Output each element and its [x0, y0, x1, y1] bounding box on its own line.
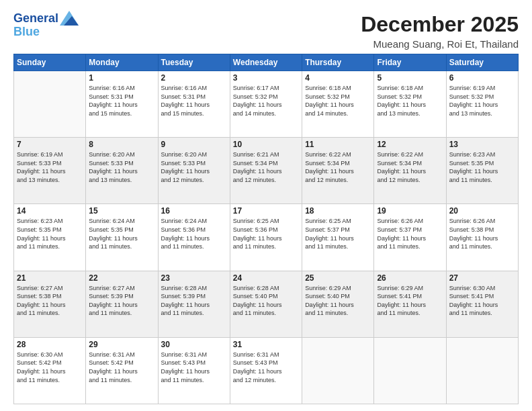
day-info: Sunrise: 6:29 AM Sunset: 5:41 PM Dayligh… — [377, 284, 443, 318]
table-row: 6Sunrise: 6:19 AM Sunset: 5:32 PM Daylig… — [446, 71, 518, 138]
day-number: 23 — [161, 273, 227, 283]
calendar: Sunday Monday Tuesday Wednesday Thursday… — [13, 54, 519, 404]
day-number: 16 — [161, 206, 227, 216]
table-row — [374, 337, 446, 404]
day-number: 29 — [89, 340, 154, 349]
day-number: 13 — [449, 140, 515, 149]
day-info: Sunrise: 6:16 AM Sunset: 5:31 PM Dayligh… — [161, 84, 227, 118]
table-row: 29Sunrise: 6:31 AM Sunset: 5:42 PM Dayli… — [86, 337, 158, 404]
day-number: 30 — [161, 340, 227, 349]
logo-text-blue: Blue — [13, 26, 79, 39]
header-saturday: Saturday — [446, 54, 518, 71]
day-info: Sunrise: 6:26 AM Sunset: 5:37 PM Dayligh… — [377, 217, 443, 250]
day-number: 17 — [233, 206, 299, 216]
table-row — [302, 337, 374, 404]
table-row: 16Sunrise: 6:24 AM Sunset: 5:36 PM Dayli… — [158, 204, 230, 271]
day-number: 10 — [233, 140, 299, 149]
day-info: Sunrise: 6:21 AM Sunset: 5:34 PM Dayligh… — [233, 150, 299, 184]
table-row: 21Sunrise: 6:27 AM Sunset: 5:38 PM Dayli… — [14, 271, 86, 337]
title-section: December 2025 Mueang Suang, Roi Et, Thai… — [361, 12, 519, 50]
day-number: 27 — [449, 273, 515, 283]
table-row: 26Sunrise: 6:29 AM Sunset: 5:41 PM Dayli… — [374, 271, 446, 337]
day-info: Sunrise: 6:26 AM Sunset: 5:38 PM Dayligh… — [449, 217, 515, 250]
main-title: December 2025 — [361, 12, 519, 37]
table-row: 23Sunrise: 6:28 AM Sunset: 5:39 PM Dayli… — [158, 271, 230, 337]
day-number: 5 — [377, 73, 443, 83]
table-row: 28Sunrise: 6:30 AM Sunset: 5:42 PM Dayli… — [14, 337, 86, 404]
day-info: Sunrise: 6:19 AM Sunset: 5:32 PM Dayligh… — [449, 84, 515, 118]
day-number: 11 — [305, 140, 371, 149]
table-row: 24Sunrise: 6:28 AM Sunset: 5:40 PM Dayli… — [230, 271, 302, 337]
day-number: 20 — [449, 206, 515, 216]
header: General Blue December 2025 Mueang Suang,… — [13, 12, 519, 50]
header-friday: Friday — [374, 54, 446, 71]
day-info: Sunrise: 6:29 AM Sunset: 5:40 PM Dayligh… — [305, 284, 371, 318]
table-row — [446, 337, 518, 404]
day-number: 12 — [377, 140, 443, 149]
table-row: 4Sunrise: 6:18 AM Sunset: 5:32 PM Daylig… — [302, 71, 374, 138]
day-number: 4 — [305, 73, 371, 83]
table-row — [14, 71, 86, 138]
day-info: Sunrise: 6:31 AM Sunset: 5:43 PM Dayligh… — [161, 351, 227, 384]
calendar-row: 7Sunrise: 6:19 AM Sunset: 5:33 PM Daylig… — [14, 138, 519, 204]
header-sunday: Sunday — [14, 54, 86, 71]
day-number: 1 — [89, 73, 154, 83]
calendar-row: 1Sunrise: 6:16 AM Sunset: 5:31 PM Daylig… — [14, 71, 519, 138]
day-number: 15 — [89, 206, 154, 216]
day-info: Sunrise: 6:25 AM Sunset: 5:37 PM Dayligh… — [305, 217, 371, 250]
table-row: 9Sunrise: 6:20 AM Sunset: 5:33 PM Daylig… — [158, 138, 230, 204]
table-row: 20Sunrise: 6:26 AM Sunset: 5:38 PM Dayli… — [446, 204, 518, 271]
day-number: 9 — [161, 140, 227, 149]
day-number: 24 — [233, 273, 299, 283]
day-info: Sunrise: 6:25 AM Sunset: 5:36 PM Dayligh… — [233, 217, 299, 250]
page: General Blue December 2025 Mueang Suang,… — [0, 0, 532, 411]
day-info: Sunrise: 6:24 AM Sunset: 5:35 PM Dayligh… — [89, 217, 154, 250]
table-row: 7Sunrise: 6:19 AM Sunset: 5:33 PM Daylig… — [14, 138, 86, 204]
day-number: 7 — [17, 140, 83, 149]
day-info: Sunrise: 6:24 AM Sunset: 5:36 PM Dayligh… — [161, 217, 227, 250]
day-number: 2 — [161, 73, 227, 83]
day-number: 28 — [17, 340, 83, 349]
day-info: Sunrise: 6:27 AM Sunset: 5:38 PM Dayligh… — [17, 284, 83, 318]
day-number: 19 — [377, 206, 443, 216]
day-info: Sunrise: 6:23 AM Sunset: 5:35 PM Dayligh… — [17, 217, 83, 250]
calendar-row: 28Sunrise: 6:30 AM Sunset: 5:42 PM Dayli… — [14, 337, 519, 404]
table-row: 19Sunrise: 6:26 AM Sunset: 5:37 PM Dayli… — [374, 204, 446, 271]
calendar-row: 21Sunrise: 6:27 AM Sunset: 5:38 PM Dayli… — [14, 271, 519, 337]
day-info: Sunrise: 6:20 AM Sunset: 5:33 PM Dayligh… — [89, 150, 154, 184]
day-info: Sunrise: 6:31 AM Sunset: 5:43 PM Dayligh… — [233, 351, 299, 384]
table-row: 14Sunrise: 6:23 AM Sunset: 5:35 PM Dayli… — [14, 204, 86, 271]
table-row: 5Sunrise: 6:18 AM Sunset: 5:32 PM Daylig… — [374, 71, 446, 138]
day-info: Sunrise: 6:16 AM Sunset: 5:31 PM Dayligh… — [89, 84, 154, 118]
table-row: 3Sunrise: 6:17 AM Sunset: 5:32 PM Daylig… — [230, 71, 302, 138]
header-monday: Monday — [86, 54, 158, 71]
day-number: 6 — [449, 73, 515, 83]
header-wednesday: Wednesday — [230, 54, 302, 71]
day-info: Sunrise: 6:22 AM Sunset: 5:34 PM Dayligh… — [305, 150, 371, 184]
subtitle: Mueang Suang, Roi Et, Thailand — [361, 38, 519, 50]
day-info: Sunrise: 6:30 AM Sunset: 5:41 PM Dayligh… — [449, 284, 515, 318]
table-row: 11Sunrise: 6:22 AM Sunset: 5:34 PM Dayli… — [302, 138, 374, 204]
table-row: 18Sunrise: 6:25 AM Sunset: 5:37 PM Dayli… — [302, 204, 374, 271]
day-info: Sunrise: 6:18 AM Sunset: 5:32 PM Dayligh… — [305, 84, 371, 118]
day-info: Sunrise: 6:27 AM Sunset: 5:39 PM Dayligh… — [89, 284, 154, 318]
day-number: 14 — [17, 206, 83, 216]
table-row: 22Sunrise: 6:27 AM Sunset: 5:39 PM Dayli… — [86, 271, 158, 337]
day-number: 26 — [377, 273, 443, 283]
table-row: 25Sunrise: 6:29 AM Sunset: 5:40 PM Dayli… — [302, 271, 374, 337]
table-row: 8Sunrise: 6:20 AM Sunset: 5:33 PM Daylig… — [86, 138, 158, 204]
day-number: 31 — [233, 340, 299, 349]
table-row: 2Sunrise: 6:16 AM Sunset: 5:31 PM Daylig… — [158, 71, 230, 138]
day-info: Sunrise: 6:23 AM Sunset: 5:35 PM Dayligh… — [449, 150, 515, 184]
day-info: Sunrise: 6:30 AM Sunset: 5:42 PM Dayligh… — [17, 351, 83, 384]
table-row: 30Sunrise: 6:31 AM Sunset: 5:43 PM Dayli… — [158, 337, 230, 404]
table-row: 31Sunrise: 6:31 AM Sunset: 5:43 PM Dayli… — [230, 337, 302, 404]
table-row: 15Sunrise: 6:24 AM Sunset: 5:35 PM Dayli… — [86, 204, 158, 271]
day-number: 18 — [305, 206, 371, 216]
day-info: Sunrise: 6:19 AM Sunset: 5:33 PM Dayligh… — [17, 150, 83, 184]
day-info: Sunrise: 6:28 AM Sunset: 5:40 PM Dayligh… — [233, 284, 299, 318]
day-number: 3 — [233, 73, 299, 83]
table-row: 17Sunrise: 6:25 AM Sunset: 5:36 PM Dayli… — [230, 204, 302, 271]
logo-text: General — [13, 12, 58, 26]
table-row: 13Sunrise: 6:23 AM Sunset: 5:35 PM Dayli… — [446, 138, 518, 204]
